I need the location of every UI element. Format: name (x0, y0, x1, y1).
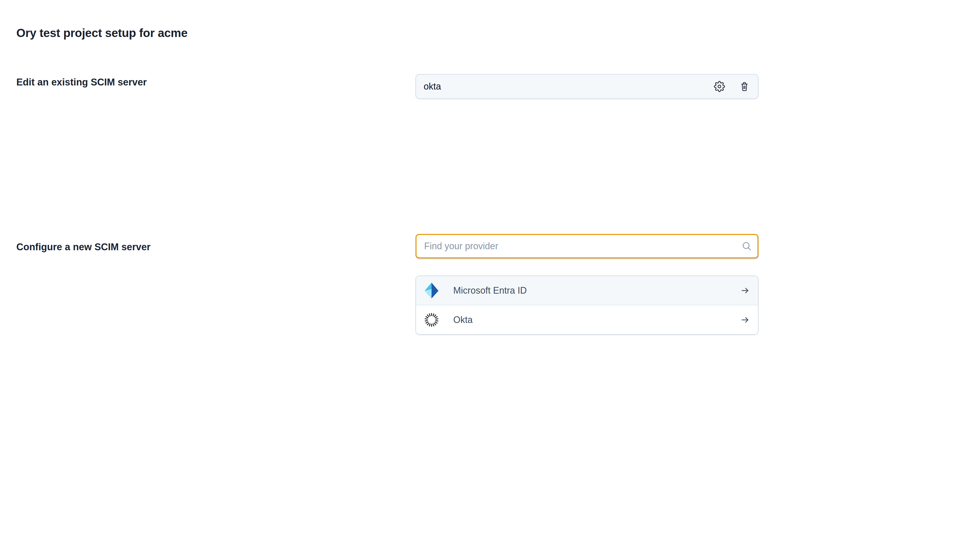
provider-row-okta[interactable]: Okta (416, 305, 758, 334)
provider-row-microsoft-entra-id[interactable]: Microsoft Entra ID (416, 276, 758, 305)
server-row-actions (714, 81, 750, 92)
trash-icon (739, 81, 750, 92)
page: Ory test project setup for acme Edit an … (0, 0, 980, 551)
arrow-right-icon (740, 286, 750, 295)
existing-scim-server-row[interactable]: okta (415, 74, 759, 99)
provider-name: Okta (453, 314, 473, 325)
section-label-edit-existing: Edit an existing SCIM server (16, 76, 147, 88)
page-title: Ory test project setup for acme (16, 26, 188, 40)
search-icon (741, 241, 752, 251)
provider-name: Microsoft Entra ID (453, 285, 527, 296)
provider-search-input[interactable] (415, 234, 759, 259)
server-delete-button[interactable] (738, 81, 750, 92)
server-settings-button[interactable] (714, 81, 725, 92)
existing-scim-server-name: okta (424, 81, 441, 92)
provider-list: Microsoft Entra ID (415, 275, 759, 335)
provider-search (415, 234, 759, 259)
microsoft-entra-id-logo (424, 283, 439, 299)
arrow-right-icon (740, 315, 750, 325)
section-label-configure-new: Configure a new SCIM server (16, 241, 151, 253)
gear-icon (714, 81, 725, 92)
okta-logo (424, 312, 439, 328)
